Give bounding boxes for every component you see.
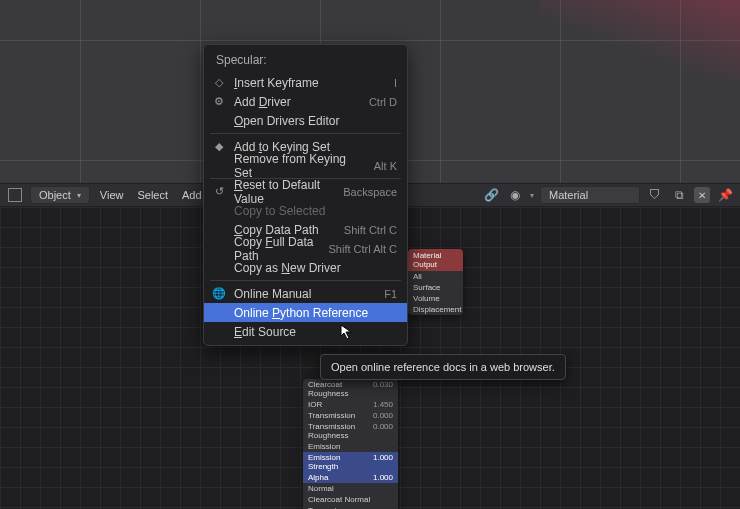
context-menu-title: Specular: [204,49,407,73]
keyingset-icon: ◆ [212,140,226,153]
shortcut: Alt K [374,160,397,172]
shortcut: Ctrl D [369,96,397,108]
editor-type-icon[interactable] [6,186,24,204]
node-row-label: Emission Strength [308,453,367,471]
shortcut: Shift Ctrl C [344,224,397,236]
node-row-label: Clearcoat Normal [308,495,370,504]
chevron-down-icon: ▾ [530,191,534,200]
mode-dropdown[interactable]: Object ▾ [30,186,90,204]
menu-add[interactable]: Add [178,189,206,201]
tooltip: Open online reference docs in a web brow… [320,354,566,380]
node-row-label: Volume [413,294,440,303]
shortcut: I [394,77,397,89]
menu-copy-as-new-driver[interactable]: Copy as New Driver [204,258,407,277]
copy-icon[interactable]: ⧉ [670,186,688,204]
shortcut: Shift Ctrl Alt C [329,243,397,255]
driver-icon: ⚙ [212,95,226,108]
menu-view[interactable]: View [96,189,128,201]
keyframe-icon: ◇ [212,76,226,89]
reset-icon: ↺ [212,185,226,198]
node-row-label: Normal [308,484,334,493]
menu-online-manual[interactable]: 🌐 Online Manual F1 [204,284,407,303]
pin-icon[interactable]: 📌 [716,186,734,204]
node-row-label: Alpha [308,473,328,482]
material-field[interactable]: Material [540,186,640,204]
sphere-icon[interactable]: ◉ [506,186,524,204]
manual-icon: 🌐 [212,287,226,300]
node-header[interactable]: Material Output [408,249,463,271]
context-menu: Specular: ◇ Insert Keyframe I ⚙ Add Driv… [203,44,408,346]
shortcut: Backspace [343,186,397,198]
menu-open-drivers-editor[interactable]: Open Drivers Editor [204,111,407,130]
node-row-label: Transmission [308,411,355,420]
node-row-label: Emission [308,442,340,451]
shortcut: F1 [384,288,397,300]
chevron-down-icon: ▾ [77,191,81,200]
menu-insert-keyframe[interactable]: ◇ Insert Keyframe I [204,73,407,92]
node-row-label: IOR [308,400,322,409]
separator [210,280,401,281]
node-row-label: Clearcoat Roughness [308,380,367,398]
node-row-label: Transmission Roughness [308,422,367,440]
menu-online-python-reference[interactable]: Online Python Reference [204,303,407,322]
menu-edit-source[interactable]: Edit Source [204,322,407,341]
menu-remove-from-keying-set[interactable]: Remove from Keying Set Alt K [204,156,407,175]
node-bsdf[interactable]: Clearcoat Roughness0.030 IOR1.450 Transm… [303,379,398,509]
shield-icon[interactable]: ⛉ [646,186,664,204]
separator [210,133,401,134]
tooltip-text: Open online reference docs in a web brow… [331,361,555,373]
mode-label: Object [39,189,71,201]
menu-add-driver[interactable]: ⚙ Add Driver Ctrl D [204,92,407,111]
material-label: Material [549,189,588,201]
node-row-label: Surface [413,283,441,292]
menu-copy-to-selected: Copy to Selected [204,201,407,220]
node-material-output[interactable]: Material Output All Surface Volume Displ… [408,249,463,315]
node-row-label: All [413,272,422,281]
menu-select[interactable]: Select [133,189,172,201]
link-icon[interactable]: 🔗 [482,186,500,204]
close-icon[interactable]: ✕ [694,187,710,203]
menu-reset-default[interactable]: ↺ Reset to Default Value Backspace [204,182,407,201]
node-row-label: Displacement [413,305,461,314]
menu-copy-full-data-path[interactable]: Copy Full Data Path Shift Ctrl Alt C [204,239,407,258]
